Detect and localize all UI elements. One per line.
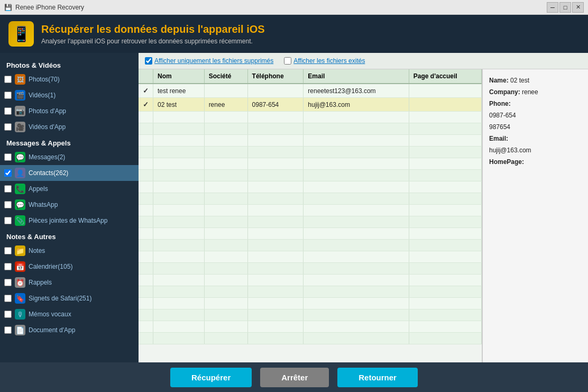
filter-exited-checkbox[interactable] — [284, 57, 291, 65]
row1-telephone — [247, 84, 304, 98]
row1-societe — [204, 84, 247, 98]
sidebar-item-app-photos[interactable]: 📷 Photos d'App — [0, 103, 139, 119]
detail-name: Name: 02 test — [489, 76, 582, 85]
sidebar-checkbox-messages[interactable] — [4, 153, 12, 161]
sidebar-checkbox-notes[interactable] — [4, 247, 12, 254]
sidebar-item-document[interactable]: 📄 Document d'App — [0, 322, 139, 338]
table-row-empty — [139, 135, 482, 147]
header-text: Récupérer les données depuis l'appareil … — [41, 23, 265, 45]
row2-societe: renee — [204, 98, 247, 112]
window-controls: ─ □ ✕ — [547, 2, 584, 13]
table-row-empty — [139, 147, 482, 158]
photos-icon: 🖼 — [15, 74, 25, 85]
header-subtitle: Analyser l'appareil iOS pour retrouver l… — [41, 38, 265, 45]
sidebar-item-calendrier[interactable]: 📅 Calendrier(105) — [0, 259, 139, 275]
table-row-empty — [139, 321, 482, 333]
close-button[interactable]: ✕ — [572, 2, 584, 13]
sidebar-item-notes[interactable]: 📁 Notes — [0, 243, 139, 259]
detail-email: hujij@163.com — [489, 145, 582, 155]
sidebar-item-signets[interactable]: 🔖 Signets de Safari(251) — [0, 290, 139, 306]
row2-check[interactable]: ✓ — [139, 98, 153, 112]
sidebar-checkbox-calendrier[interactable] — [4, 263, 12, 270]
sidebar-checkbox-videos[interactable] — [4, 92, 12, 99]
table-row-empty — [139, 309, 482, 321]
row2-telephone: 0987-654 — [247, 98, 304, 112]
sidebar-checkbox-document[interactable] — [4, 326, 12, 334]
col-nom: Nom — [153, 69, 205, 84]
sidebar-label-whatsapp-pj: Pièces jointes de WhatsApp — [29, 217, 107, 224]
table-row-empty — [139, 112, 482, 123]
sidebar-label-contacts: Contacts(262) — [29, 169, 68, 177]
back-button[interactable]: Retourner — [337, 368, 418, 387]
maximize-button[interactable]: □ — [559, 2, 571, 13]
sidebar-section-photos: Photos & Vidéos — [0, 57, 139, 71]
detail-phone1: 0987-654 — [489, 111, 582, 120]
sidebar-label-memos: Mémos vocaux — [29, 311, 71, 318]
sidebar-checkbox-whatsapp[interactable] — [4, 201, 12, 208]
table-row-empty — [139, 251, 482, 263]
table-row-empty — [139, 158, 482, 170]
sidebar-item-photos[interactable]: 🖼 Photos(70) — [0, 71, 139, 87]
table-row-empty — [139, 333, 482, 344]
signets-icon: 🔖 — [15, 293, 25, 304]
sidebar-checkbox-signets[interactable] — [4, 295, 12, 302]
stop-button[interactable]: Arrêter — [260, 368, 329, 387]
table-row-empty — [139, 216, 482, 228]
sidebar-label-messages: Messages(2) — [29, 153, 65, 161]
sidebar-item-memos[interactable]: 🎙 Mémos vocaux — [0, 306, 139, 322]
table-body: ✓ test renee reneetest123@163.com ✓ 02 t… — [139, 84, 482, 344]
sidebar-item-whatsapp-pj[interactable]: 📎 Pièces jointes de WhatsApp — [0, 213, 139, 229]
sidebar-item-videos[interactable]: 🎬 Vidéos(1) — [0, 87, 139, 103]
title-bar-text: Renee iPhone Recovery — [15, 4, 84, 11]
app-videos-icon: 🎥 — [15, 122, 25, 132]
sidebar-checkbox-rappels[interactable] — [4, 279, 12, 286]
filter-deleted-checkbox[interactable] — [145, 57, 152, 65]
contacts-table: Nom Société Téléphone Email Page d'accue… — [139, 69, 482, 344]
app-header: 📱 Récupérer les données depuis l'apparei… — [0, 15, 588, 53]
rappels-icon: ⏰ — [15, 277, 25, 288]
sidebar-item-messages[interactable]: 💬 Messages(2) — [0, 149, 139, 165]
sidebar-checkbox-app-photos[interactable] — [4, 107, 12, 115]
sidebar-item-appels[interactable]: 📞 Appels — [0, 181, 139, 197]
sidebar-item-whatsapp[interactable]: 💬 WhatsApp — [0, 197, 139, 213]
sidebar-checkbox-app-videos[interactable] — [4, 123, 12, 131]
sidebar-item-app-videos[interactable]: 🎥 Vidéos d'App — [0, 119, 139, 135]
row1-page — [409, 84, 481, 98]
row1-nom: test renee — [153, 84, 205, 98]
row1-email: reneetest123@163.com — [304, 84, 409, 98]
sidebar-item-rappels[interactable]: ⏰ Rappels — [0, 275, 139, 290]
sidebar-checkbox-appels[interactable] — [4, 185, 12, 193]
sidebar-checkbox-memos[interactable] — [4, 311, 12, 318]
sidebar: Photos & Vidéos 🖼 Photos(70) 🎬 Vidéos(1)… — [0, 53, 139, 362]
sidebar-label-rappels: Rappels — [29, 279, 52, 286]
sidebar-label-appels: Appels — [29, 185, 48, 193]
sidebar-label-photos: Photos(70) — [29, 76, 60, 83]
notes-icon: 📁 — [15, 245, 25, 256]
detail-company: Company: renee — [489, 87, 582, 97]
filter-exited-label[interactable]: Afficher les fichiers exités — [284, 57, 365, 65]
row2-email: hujij@163.com — [304, 98, 409, 112]
recover-button[interactable]: Récupérer — [170, 368, 252, 387]
table-row-empty — [139, 298, 482, 309]
table-row[interactable]: ✓ 02 test renee 0987-654 hujij@163.com — [139, 98, 482, 112]
table-row[interactable]: ✓ test renee reneetest123@163.com — [139, 84, 482, 98]
sidebar-item-contacts[interactable]: 👤 Contacts(262) — [0, 165, 139, 181]
filter-deleted-text[interactable]: Afficher uniquement les fichiers supprim… — [154, 57, 273, 65]
detail-homepage-label: HomePage: — [489, 157, 582, 167]
sidebar-checkbox-contacts[interactable] — [4, 169, 12, 177]
filter-exited-text[interactable]: Afficher les fichiers exités — [293, 57, 365, 65]
row2-page — [409, 98, 481, 112]
calendrier-icon: 📅 — [15, 261, 25, 272]
sidebar-label-app-photos: Photos d'App — [29, 107, 66, 115]
sidebar-checkbox-photos[interactable] — [4, 76, 12, 83]
detail-phone-label: Phone: — [489, 99, 582, 108]
filter-deleted-label[interactable]: Afficher uniquement les fichiers supprim… — [145, 57, 273, 65]
row1-check[interactable]: ✓ — [139, 84, 153, 98]
sidebar-checkbox-whatsapp-pj[interactable] — [4, 217, 12, 224]
col-societe: Société — [204, 69, 247, 84]
table-row-empty — [139, 193, 482, 205]
app-photos-icon: 📷 — [15, 106, 25, 116]
document-icon: 📄 — [15, 325, 25, 335]
minimize-button[interactable]: ─ — [547, 2, 558, 13]
table-row-empty — [139, 170, 482, 181]
